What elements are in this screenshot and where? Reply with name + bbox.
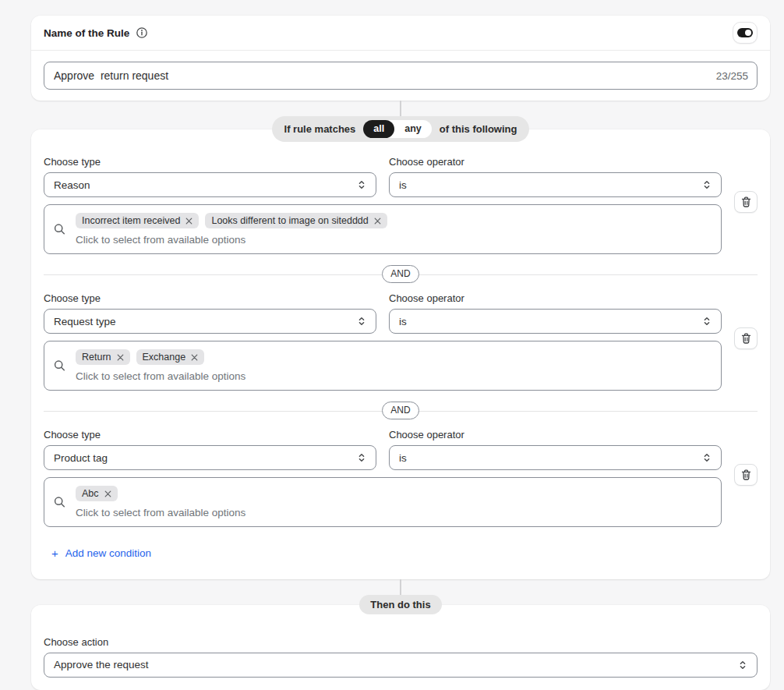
operator-select-value: is [399,452,407,464]
multiselect-placeholder: Click to select from available options [76,507,712,518]
char-counter: 23/255 [716,70,748,82]
choose-type-label: Choose type [44,429,376,441]
action-select-value: Approve the request [54,659,149,671]
selected-value-tag: Abc [76,486,118,501]
rule-name-header: Name of the Rule [31,16,770,51]
values-multiselect[interactable]: Incorrect item received Looks different … [44,204,722,254]
updown-chevron-icon [357,316,366,327]
then-do-this-bar: Then do this [359,595,441,614]
plus-icon: + [51,548,58,559]
tag-label: Abc [82,488,99,499]
remove-tag-button[interactable] [185,218,192,225]
remove-tag-button[interactable] [117,354,124,361]
operator-select-value: is [399,316,407,327]
action-card: Choose action Approve the request [31,605,770,690]
and-separator: AND [44,265,758,283]
selected-value-tag: Looks different to image on sitedddd [205,213,387,228]
search-icon [53,223,66,236]
x-icon [117,354,124,361]
type-select-value: Product tag [54,452,108,464]
condition-row: Choose type Product tag Choose operator … [44,429,758,527]
info-icon[interactable] [136,27,148,39]
type-select[interactable]: Product tag [44,445,376,470]
tag-list: Incorrect item received Looks different … [76,213,712,228]
choose-operator-label: Choose operator [389,429,722,441]
choose-type-label: Choose type [44,292,376,304]
remove-tag-button[interactable] [191,354,198,361]
choose-operator-label: Choose operator [389,156,722,168]
add-condition-button[interactable]: + Add new condition [44,547,151,559]
selected-value-tag: Incorrect item received [76,213,199,228]
condition-rows: Choose type Reason Choose operator is [44,156,758,527]
type-select-value: Reason [54,179,90,191]
updown-chevron-icon [702,179,712,190]
updown-chevron-icon [357,179,366,190]
tag-list: Return Exchange [76,349,712,365]
x-icon [374,218,381,225]
delete-condition-button[interactable] [734,191,758,213]
match-prefix: If rule matches [284,123,356,135]
updown-chevron-icon [357,452,366,463]
toggle-track [737,28,753,37]
trash-icon [740,469,752,481]
and-pill: AND [382,265,418,283]
toggle-knob [745,30,751,36]
tag-label: Incorrect item received [82,215,180,226]
choose-operator-label: Choose operator [389,292,722,304]
values-multiselect[interactable]: Return Exchange Click to select from ava… [44,341,722,391]
rule-name-card: Name of the Rule 23/255 [31,16,770,101]
remove-tag-button[interactable] [374,218,381,225]
add-condition-label: Add new condition [65,547,151,559]
match-suffix: of this following [440,123,517,135]
action-label: Choose action [44,636,758,648]
updown-chevron-icon [702,316,712,327]
multiselect-placeholder: Click to select from available options [76,370,712,382]
match-mode-segmented: all any [363,120,431,138]
type-select[interactable]: Request type [44,309,376,334]
values-multiselect[interactable]: Abc Click to select from available optio… [44,477,722,527]
search-icon [53,359,66,373]
type-select-value: Request type [54,316,116,327]
remove-tag-button[interactable] [104,490,111,497]
x-icon [104,490,111,497]
rule-name-title: Name of the Rule [44,27,129,39]
tag-label: Return [82,352,111,363]
rule-name-input[interactable] [44,62,758,90]
x-icon [185,218,192,225]
connector-line-top [400,101,401,116]
connector-line-bottom [400,579,401,595]
selected-value-tag: Return [76,349,130,365]
match-option-any[interactable]: any [394,120,432,138]
operator-select[interactable]: is [389,309,722,334]
match-mode-bar: If rule matches all any of this followin… [272,116,530,142]
operator-select-value: is [399,179,407,191]
x-icon [191,354,198,361]
and-separator: AND [44,402,758,419]
operator-select[interactable]: is [389,445,722,470]
multiselect-placeholder: Click to select from available options [76,234,712,246]
trash-icon [740,196,752,208]
match-option-all[interactable]: all [363,120,394,138]
delete-condition-button[interactable] [734,327,758,349]
action-select[interactable]: Approve the request [44,653,758,678]
and-pill: AND [382,402,418,419]
tag-label: Exchange [143,352,186,363]
selected-value-tag: Exchange [136,349,205,365]
updown-chevron-icon [702,452,712,463]
search-icon [53,496,66,509]
tag-list: Abc [76,486,712,501]
rule-enabled-toggle[interactable] [733,22,758,44]
delete-condition-button[interactable] [734,464,758,486]
choose-type-label: Choose type [44,156,376,168]
condition-row: Choose type Reason Choose operator is [44,156,758,254]
operator-select[interactable]: is [389,172,722,197]
conditions-card: Choose type Reason Choose operator is [31,129,770,579]
trash-icon [740,332,752,345]
tag-label: Looks different to image on sitedddd [211,215,368,226]
condition-row: Choose type Request type Choose operator… [44,292,758,391]
type-select[interactable]: Reason [44,172,376,197]
updown-chevron-icon [738,660,747,671]
